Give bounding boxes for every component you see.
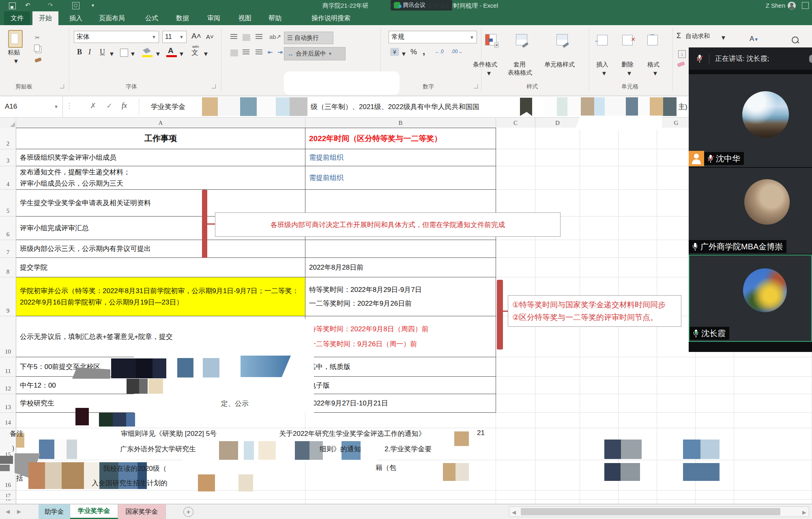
clipboard-launcher-icon[interactable] xyxy=(60,84,64,88)
wrap-text-button[interactable]: 自动换行 xyxy=(284,32,333,44)
percent-icon[interactable]: % xyxy=(410,48,417,56)
scroll-right-icon[interactable]: ▶ xyxy=(802,509,806,515)
cancel-icon[interactable]: ✗ xyxy=(90,101,96,110)
decrease-indent-icon[interactable]: ⇤ xyxy=(268,49,273,56)
autosum-dropdown-icon[interactable]: ▼ xyxy=(720,34,726,41)
font-name-combo[interactable]: 宋体▼ xyxy=(74,31,159,43)
sheet-nav-right-icon[interactable]: ▶ xyxy=(17,508,21,515)
sheet-tab-guojia[interactable]: 国家奖学金 xyxy=(118,504,166,519)
row-header-7[interactable]: 7 xyxy=(0,240,16,258)
tab-review[interactable]: 审阅 xyxy=(201,11,227,25)
cell-b13[interactable]: 2022年9月27日-10月21日 xyxy=(305,394,496,413)
delete-dropdown-icon[interactable]: ▼ xyxy=(626,70,632,77)
redo-icon[interactable]: ↷ xyxy=(48,2,53,9)
cell-b9[interactable]: 特等奖时间：2022年8月29日-9月7日一二等奖时间：2022年9月26日前 xyxy=(305,277,496,316)
conditional-dropdown-icon[interactable]: ▼ xyxy=(486,70,492,77)
row-header-4[interactable]: 4 xyxy=(0,166,16,190)
formula-text-3[interactable]: 主) xyxy=(678,102,687,112)
cell-a2[interactable]: 工作事项 xyxy=(16,128,305,149)
cell-a9[interactable]: 学院初审并公示（特等奖：2022年8月31日前学院初审，公示期9月1日-9月7日… xyxy=(16,277,305,316)
tab-view[interactable]: 视图 xyxy=(232,11,258,25)
grow-font-icon[interactable]: A˄ xyxy=(191,32,201,41)
tab-home[interactable]: 开始 xyxy=(32,11,58,25)
participant-tile-2[interactable]: 广外商学院MBA金博崇 xyxy=(689,168,812,254)
find-select-icon[interactable] xyxy=(792,36,799,43)
col-header-b[interactable]: B xyxy=(305,118,496,128)
fill-down-icon[interactable]: ↓ xyxy=(678,50,686,58)
row-header-3[interactable]: 3 xyxy=(0,149,16,166)
orientation-icon[interactable]: ab↗ xyxy=(269,33,281,41)
paste-icon[interactable] xyxy=(8,30,23,48)
row-header-13[interactable]: 13 xyxy=(0,394,16,413)
fill-color-icon[interactable] xyxy=(143,48,151,54)
col-header-a[interactable]: A xyxy=(16,118,305,128)
account-name[interactable]: Z Shen xyxy=(766,2,785,9)
sheet-nav-left-icon[interactable]: ◀ xyxy=(6,508,10,515)
qat-customize-icon[interactable]: ▼ xyxy=(91,3,95,8)
format-as-table-button[interactable]: 套用 xyxy=(513,61,526,69)
format-cells-icon[interactable]: ↔ xyxy=(647,35,658,45)
panel-collapse-handle[interactable] xyxy=(809,55,812,63)
fill-color-dropdown-icon[interactable]: ▼ xyxy=(155,50,161,57)
row-header-10[interactable]: 10 xyxy=(0,316,16,357)
account-avatar[interactable] xyxy=(788,2,796,10)
cell-b3[interactable]: 需提前组织 xyxy=(305,149,496,166)
font-size-combo[interactable]: 11▼ xyxy=(162,31,187,43)
ribbon-options-icon[interactable] xyxy=(802,2,809,9)
col-header-d[interactable]: D xyxy=(535,118,580,128)
row-header-6[interactable]: 6 xyxy=(0,217,16,240)
increase-indent-icon[interactable]: ⇥ xyxy=(277,49,283,56)
row-header-18[interactable]: 18 xyxy=(0,500,16,504)
sheet-tab-xueye[interactable]: 学业奖学金 xyxy=(70,504,118,519)
cell-styles-icon[interactable] xyxy=(556,34,568,45)
select-all-corner[interactable] xyxy=(0,118,16,128)
preview-icon[interactable] xyxy=(72,2,79,9)
merge-center-button[interactable]: ↔ 合并后居中▼ xyxy=(284,47,346,60)
participant-tile-3[interactable]: 沈长霞 xyxy=(689,255,812,342)
bold-button[interactable]: B xyxy=(77,48,82,56)
shrink-font-icon[interactable]: A˅ xyxy=(206,33,214,40)
sheet-tab-zhuxuejin[interactable]: 助学金 xyxy=(39,504,70,519)
phonetic-dropdown-icon[interactable]: ▼ xyxy=(203,50,209,57)
align-right-icon[interactable] xyxy=(256,49,262,55)
comma-icon[interactable]: , xyxy=(423,46,425,57)
conditional-formatting-button[interactable]: 条件格式 xyxy=(473,61,497,69)
align-left-icon[interactable] xyxy=(230,49,238,56)
format-painter-icon[interactable] xyxy=(34,58,42,63)
tab-data[interactable]: 数据 xyxy=(170,11,195,25)
underline-dropdown-icon[interactable]: ▼ xyxy=(109,50,115,57)
cell-b7[interactable] xyxy=(305,240,496,258)
cell-b4[interactable]: 需提前组织 xyxy=(305,166,496,190)
tell-me-search[interactable]: 操作说明搜索 xyxy=(305,11,357,25)
insert-cells-button[interactable]: 插入 xyxy=(596,61,608,69)
tab-formulas[interactable]: 公式 xyxy=(139,11,165,25)
italic-button[interactable]: I xyxy=(88,48,91,56)
increase-decimal-icon[interactable]: ←.0 xyxy=(435,49,444,54)
cell-b8[interactable]: 2022年8月28日前 xyxy=(305,258,496,277)
participant-tile-1[interactable]: 沈中华 xyxy=(689,74,812,167)
row-header-14[interactable]: 14 xyxy=(0,413,16,428)
format-dropdown-icon[interactable]: ▼ xyxy=(652,70,658,77)
insert-cells-icon[interactable]: ← xyxy=(597,35,608,45)
clear-icon[interactable] xyxy=(677,61,685,67)
number-launcher-icon[interactable] xyxy=(474,84,478,88)
cell-a3[interactable]: 各班级组织奖学金评审小组成员 xyxy=(16,149,305,166)
format-as-table-icon[interactable] xyxy=(516,34,527,45)
font-launcher-icon[interactable] xyxy=(212,84,216,88)
autosum-button[interactable]: 自动求和 xyxy=(685,32,710,40)
autosum-sigma-icon[interactable]: Σ xyxy=(677,32,681,40)
tab-help[interactable]: 帮助 xyxy=(262,11,288,25)
format-as-table-button2[interactable]: 表格格式 xyxy=(508,69,532,77)
align-bottom-icon[interactable] xyxy=(256,34,262,39)
horizontal-scrollbar[interactable]: ◀ ▶ xyxy=(509,506,809,517)
phonetic-icon[interactable]: wén文 xyxy=(191,48,198,57)
cell-a4[interactable]: 发布通知文件，提醒学生递交材料；评审小组成员公示，公示期为三天 xyxy=(16,166,305,190)
scroll-left-icon[interactable]: ◀ xyxy=(512,509,516,515)
row-header-9[interactable]: 9 xyxy=(0,277,16,316)
row-header-12[interactable]: 12 xyxy=(0,377,16,394)
save-icon[interactable] xyxy=(9,2,16,9)
borders-icon[interactable] xyxy=(120,49,128,57)
font-color-icon[interactable]: A xyxy=(168,46,174,55)
decrease-decimal-icon[interactable]: .00→ xyxy=(451,49,463,54)
currency-dropdown-icon[interactable]: ▼ xyxy=(401,50,407,57)
